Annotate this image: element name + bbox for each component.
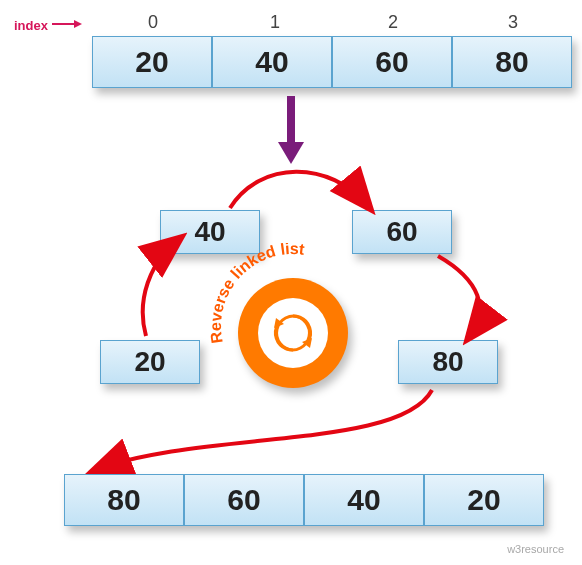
index-label: index (14, 18, 48, 33)
output-cell-1: 60 (184, 474, 304, 526)
index-num-2: 2 (388, 12, 398, 33)
node-c: 60 (352, 210, 452, 254)
center-badge (238, 278, 348, 388)
input-array: 20 40 60 80 (92, 36, 572, 88)
cycle-icon (266, 306, 320, 360)
index-num-1: 1 (270, 12, 280, 33)
input-cell-3: 80 (452, 36, 572, 88)
index-num-3: 3 (508, 12, 518, 33)
input-cell-2: 60 (332, 36, 452, 88)
output-cell-2: 40 (304, 474, 424, 526)
center-badge-inner (258, 298, 328, 368)
output-array: 80 60 40 20 (64, 474, 544, 526)
input-cell-0: 20 (92, 36, 212, 88)
down-arrow-icon (274, 96, 308, 166)
input-cell-1: 40 (212, 36, 332, 88)
index-num-0: 0 (148, 12, 158, 33)
output-cell-3: 20 (424, 474, 544, 526)
node-b: 40 (160, 210, 260, 254)
index-arrow-icon (52, 19, 82, 29)
output-cell-0: 80 (64, 474, 184, 526)
node-a: 20 (100, 340, 200, 384)
svg-marker-3 (278, 142, 304, 164)
watermark: w3resource (507, 543, 564, 555)
diagram-canvas: index 0 1 2 3 20 40 60 80 40 60 20 80 (0, 0, 582, 565)
svg-marker-1 (74, 20, 82, 28)
node-d: 80 (398, 340, 498, 384)
